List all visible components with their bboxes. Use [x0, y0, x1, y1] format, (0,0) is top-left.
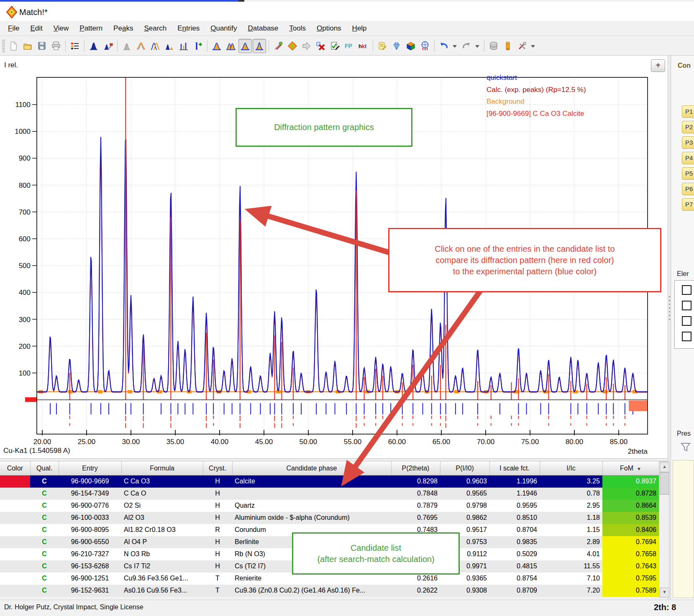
peak-view-2-button[interactable] — [224, 39, 238, 53]
fom-cell[interactable]: 0.7589 — [602, 585, 659, 597]
phase-button-p1[interactable]: P1 — [682, 105, 694, 118]
chart-zoom-button[interactable]: + — [651, 59, 665, 72]
structure-sphere-button[interactable] — [418, 39, 432, 53]
iscale-cell[interactable]: 0.8704 — [489, 524, 540, 536]
iscale-cell[interactable]: 0.8510 — [489, 512, 540, 524]
match-logo-button[interactable] — [286, 39, 299, 53]
menu-item-pattern[interactable]: Pattern — [74, 23, 108, 34]
fp-label-button[interactable]: FP — [343, 39, 356, 53]
phase-cell[interactable]: Cu9.36 (Zn0.8 Cu0.2) (Ge1.46 As0.16) Fe.… — [232, 585, 391, 597]
phase-button-p5[interactable]: P5 — [682, 167, 694, 180]
fom-cell[interactable]: 0.8728 — [602, 488, 659, 500]
menu-caret-button[interactable] — [451, 39, 459, 53]
column-header-i-ic[interactable]: I/Ic — [540, 461, 602, 475]
redo-button[interactable] — [460, 39, 473, 53]
pii0-cell[interactable]: 0.9798 — [440, 500, 489, 512]
peaks-overlay-button[interactable] — [149, 39, 162, 53]
qual-cell[interactable]: C — [30, 585, 59, 597]
menu-item-view[interactable]: View — [48, 23, 74, 34]
cryst-cell[interactable]: H — [203, 560, 232, 573]
open-file-button[interactable] — [21, 39, 34, 53]
qual-cell[interactable]: C — [30, 548, 59, 560]
cryst-cell[interactable]: H — [203, 475, 232, 488]
fom-cell[interactable]: 0.8406 — [602, 524, 659, 536]
column-cylinder-button[interactable] — [501, 39, 515, 53]
iic-cell[interactable]: 7.10 — [540, 573, 602, 585]
undo-button[interactable] — [437, 39, 451, 53]
pattern-columns-button[interactable] — [177, 39, 190, 53]
entry-cell[interactable]: 96-900-6550 — [59, 536, 121, 548]
cryst-cell[interactable]: T — [203, 585, 232, 597]
qual-cell[interactable]: C — [30, 488, 59, 500]
delete-entry-button[interactable] — [314, 39, 328, 53]
entry-cell[interactable]: 96-900-9669 — [59, 475, 121, 488]
candidate-row-96-100-0033[interactable]: C96-100-0033Al2 O3HAluminium oxide - $-a… — [0, 512, 659, 524]
formula-cell[interactable]: As0.16 Cu9.56 Fe3... — [121, 585, 203, 597]
formula-cell[interactable]: C Ca O — [121, 488, 203, 500]
column-header-cryst-[interactable]: Cryst. — [203, 461, 232, 475]
entry-cell[interactable]: 96-152-9631 — [59, 585, 121, 597]
peak-list-button[interactable] — [68, 39, 82, 53]
save-button[interactable] — [35, 39, 49, 53]
cryst-cell[interactable]: H — [203, 512, 232, 524]
fom-cell[interactable]: 0.8937 — [602, 475, 659, 488]
iic-cell[interactable]: 4.01 — [540, 548, 602, 560]
menu-item-file[interactable]: File — [3, 23, 25, 34]
pii0-cell[interactable]: 0.9308 — [440, 585, 489, 597]
entry-cell[interactable]: 96-153-6268 — [59, 560, 121, 573]
color-swatch[interactable] — [0, 524, 30, 536]
iscale-cell[interactable]: 0.5029 — [489, 548, 540, 560]
peak-view-4-button[interactable] — [253, 39, 266, 53]
phase-button-p3[interactable]: P3 — [682, 136, 694, 149]
entry-cell[interactable]: 96-900-8095 — [59, 524, 121, 536]
qual-cell[interactable]: C — [30, 536, 59, 548]
phase-cell[interactable]: Calcite — [232, 475, 391, 488]
peak-edit-tools-button[interactable] — [101, 39, 115, 53]
formula-cell[interactable]: Al1.82 Cr0.18 O3 — [121, 524, 203, 536]
peak-view-1-button[interactable] — [210, 39, 223, 53]
phase-button-p4[interactable]: P4 — [682, 152, 694, 164]
filter-funnel-icon[interactable] — [680, 442, 691, 454]
unit-cell-cube-button[interactable] — [404, 39, 417, 53]
search-match-button[interactable] — [271, 39, 285, 53]
new-file-button[interactable] — [7, 39, 20, 53]
cryst-cell[interactable]: R — [203, 524, 232, 536]
cryst-cell[interactable]: H — [203, 500, 232, 512]
qual-cell[interactable]: C — [30, 475, 59, 488]
menu-item-search[interactable]: Search — [138, 23, 172, 34]
fom-cell[interactable]: 0.7595 — [602, 573, 659, 585]
cryst-cell[interactable]: H — [203, 488, 232, 500]
iscale-cell[interactable]: 0.8709 — [489, 585, 540, 597]
iic-cell[interactable]: 3.25 — [540, 475, 602, 488]
color-swatch[interactable] — [0, 573, 30, 585]
menu-item-entries[interactable]: Entries — [172, 23, 205, 34]
color-swatch[interactable] — [0, 488, 30, 500]
menu-item-quantify[interactable]: Quantify — [205, 23, 242, 34]
iic-cell[interactable]: 1.15 — [540, 524, 602, 536]
phase-button-p7[interactable]: P7 — [682, 198, 694, 211]
cryst-cell[interactable]: T — [203, 573, 232, 585]
element-checkbox[interactable] — [682, 316, 691, 326]
formula-cell[interactable]: Cu9.36 Fe3.56 Ge1... — [121, 573, 203, 585]
color-swatch[interactable] — [0, 500, 30, 512]
entry-cell[interactable]: 96-210-7327 — [59, 548, 121, 560]
column-header-qual-[interactable]: Qual. — [30, 461, 59, 475]
qual-cell[interactable]: C — [30, 560, 59, 573]
color-swatch[interactable] — [0, 585, 30, 597]
element-checkbox[interactable] — [682, 285, 691, 295]
fom-cell[interactable]: 0.8539 — [602, 512, 659, 524]
table-header-row[interactable]: ColorQual.EntryFormulaCryst.Candidate ph… — [0, 461, 659, 475]
add-peak-button[interactable] — [191, 39, 205, 53]
report-button[interactable] — [376, 39, 389, 53]
candidate-row-96-154-7349[interactable]: C96-154-7349C Ca OH0.78480.95651.19460.7… — [0, 488, 659, 500]
print-button[interactable] — [49, 39, 63, 53]
column-header-i-scale-fct-[interactable]: I scale fct. — [489, 461, 540, 475]
iscale-cell[interactable]: 0.4815 — [489, 560, 540, 573]
peak-fit-button[interactable] — [134, 39, 148, 53]
scroll-up-button[interactable]: ▲ — [660, 462, 669, 472]
p2theta-cell[interactable]: 0.7879 — [391, 500, 440, 512]
formula-cell[interactable]: Al2 O3 — [121, 512, 203, 524]
iic-cell[interactable]: 2.95 — [540, 500, 602, 512]
pii0-cell[interactable]: 0.9565 — [440, 488, 489, 500]
candidate-row-96-152-9631[interactable]: C96-152-9631As0.16 Cu9.56 Fe3...TCu9.36 … — [0, 585, 659, 597]
